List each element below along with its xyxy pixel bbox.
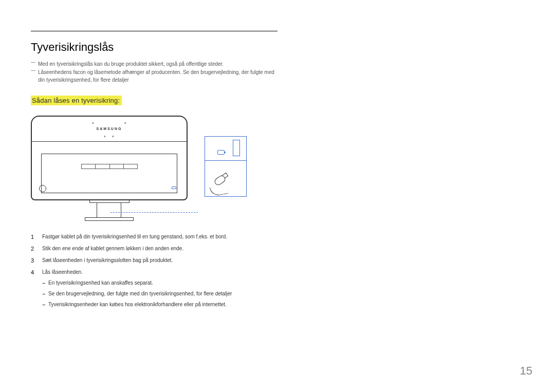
sub-list: En tyverisikringsenhed kan anskaffes sep… bbox=[42, 278, 278, 309]
monitor-mid-dots: ∘ ∘ bbox=[32, 134, 187, 139]
monitor-curve-line bbox=[32, 141, 187, 142]
monitor-brand-label: SAMSUNG bbox=[32, 127, 187, 130]
lock-callout-box bbox=[205, 136, 247, 197]
step-item: Fastgør kablet på din tyverisikringsenhe… bbox=[31, 232, 278, 241]
callout-panel-edge bbox=[233, 140, 240, 156]
steps-list: Fastgør kablet på din tyverisikringsenhe… bbox=[31, 232, 278, 309]
step-text: Stik den ene ende af kablet gennem løkke… bbox=[42, 246, 183, 251]
step-item: Sæt låseenheden i tyverisikringsslotten … bbox=[31, 256, 278, 265]
content-column: Tyverisikringslås Med en tyverisikringsl… bbox=[31, 31, 278, 309]
sub-item: Se den brugervejledning, der fulgte med … bbox=[42, 289, 278, 298]
note-item: Med en tyverisikringslås kan du bruge pr… bbox=[35, 60, 278, 68]
callout-divider bbox=[205, 160, 246, 161]
page: Tyverisikringslås Med en tyverisikringsl… bbox=[0, 0, 555, 392]
step-text: Lås låseenheden. bbox=[42, 269, 83, 275]
monitor-back-panel bbox=[41, 154, 177, 193]
lock-guide-line bbox=[110, 212, 198, 213]
section-title: Tyverisikringslås bbox=[31, 41, 278, 54]
subheading-highlighted: Sådan låses en tyverisikring: bbox=[31, 96, 122, 105]
note-item: Låseenhedens facon og låsemetode afhænge… bbox=[35, 68, 278, 84]
lock-plug-icon bbox=[209, 172, 230, 192]
callout-slot-icon bbox=[217, 150, 225, 155]
page-number: 15 bbox=[520, 364, 532, 378]
monitor-top-dots: ∘ ∘ bbox=[32, 121, 187, 126]
anti-theft-lock-diagram: ∘ ∘ SAMSUNG ∘ ∘ bbox=[31, 116, 247, 221]
monitor-stand-base bbox=[85, 217, 134, 221]
monitor-port-area bbox=[81, 164, 138, 169]
step-item: Stik den ene ende af kablet gennem løkke… bbox=[31, 244, 278, 253]
step-text: Sæt låseenheden i tyverisikringsslotten … bbox=[42, 257, 173, 263]
sub-item: Tyverisikringsenheder kan købes hos elek… bbox=[42, 300, 278, 309]
step-item: Lås låseenheden. En tyverisikringsenhed … bbox=[31, 268, 278, 309]
notes-block: Med en tyverisikringslås kan du bruge pr… bbox=[31, 60, 278, 84]
sub-item: En tyverisikringsenhed kan anskaffes sep… bbox=[42, 278, 278, 287]
top-rule bbox=[31, 31, 278, 31]
monitor-body: ∘ ∘ SAMSUNG ∘ ∘ bbox=[31, 116, 188, 200]
monitor-button-icon bbox=[39, 185, 46, 192]
kensington-slot-icon bbox=[172, 186, 176, 189]
step-text: Fastgør kablet på din tyverisikringsenhe… bbox=[42, 234, 227, 239]
